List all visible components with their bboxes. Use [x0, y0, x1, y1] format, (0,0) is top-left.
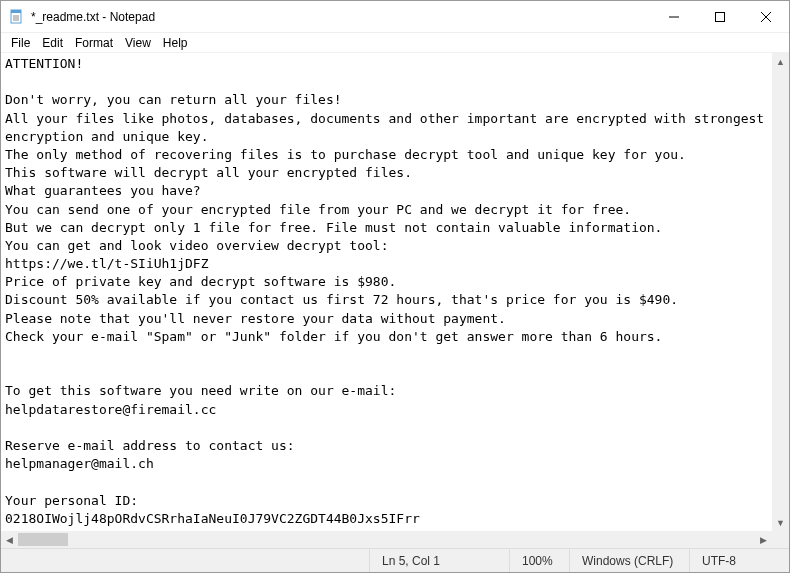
notepad-icon [9, 9, 25, 25]
menubar: File Edit Format View Help [1, 33, 789, 53]
scroll-up-icon[interactable]: ▲ [772, 53, 789, 70]
scroll-down-icon[interactable]: ▼ [772, 514, 789, 531]
content-area: ATTENTION! Don't worry, you can return a… [1, 53, 789, 548]
window-title: *_readme.txt - Notepad [31, 10, 651, 24]
menu-format[interactable]: Format [69, 34, 119, 52]
statusbar: Ln 5, Col 1 100% Windows (CRLF) UTF-8 [1, 548, 789, 572]
menu-view[interactable]: View [119, 34, 157, 52]
status-encoding: UTF-8 [689, 549, 789, 572]
scroll-track-vertical[interactable] [772, 70, 789, 514]
svg-rect-1 [11, 10, 21, 13]
status-zoom: 100% [509, 549, 569, 572]
close-button[interactable] [743, 1, 789, 33]
horizontal-scrollbar[interactable]: ◀ ▶ [1, 531, 772, 548]
menu-file[interactable]: File [5, 34, 36, 52]
minimize-button[interactable] [651, 1, 697, 33]
text-editor[interactable]: ATTENTION! Don't worry, you can return a… [1, 53, 772, 531]
vertical-scrollbar[interactable]: ▲ ▼ [772, 53, 789, 531]
status-position: Ln 5, Col 1 [369, 549, 509, 572]
status-line-ending: Windows (CRLF) [569, 549, 689, 572]
scroll-thumb-horizontal[interactable] [18, 533, 68, 546]
scroll-corner [772, 531, 789, 548]
scroll-left-icon[interactable]: ◀ [1, 531, 18, 548]
scroll-right-icon[interactable]: ▶ [755, 531, 772, 548]
titlebar: *_readme.txt - Notepad [1, 1, 789, 33]
scroll-track-horizontal[interactable] [18, 531, 755, 548]
svg-rect-6 [716, 12, 725, 21]
window-controls [651, 1, 789, 33]
menu-edit[interactable]: Edit [36, 34, 69, 52]
maximize-button[interactable] [697, 1, 743, 33]
menu-help[interactable]: Help [157, 34, 194, 52]
